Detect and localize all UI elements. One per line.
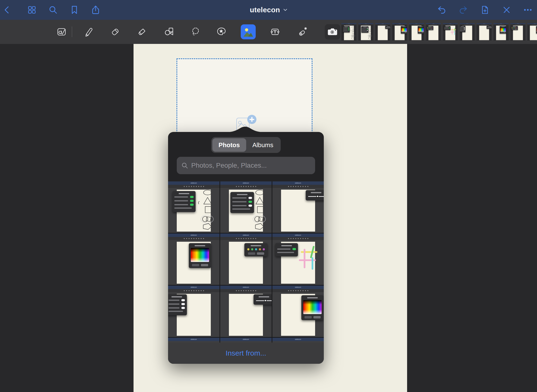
lasso-tool-icon[interactable] bbox=[188, 24, 203, 39]
photo-thumbnail[interactable]: utelecon bbox=[168, 181, 219, 233]
tab-photos[interactable]: Photos bbox=[212, 138, 246, 152]
mini-menu-row bbox=[169, 303, 185, 305]
text-tool-icon[interactable] bbox=[268, 24, 283, 39]
page-thumbnail-content: utelecon bbox=[409, 23, 424, 41]
mini-topbar: utelecon bbox=[272, 234, 324, 237]
page-thumbnail[interactable]: utelecon bbox=[341, 23, 356, 41]
mini-toggle bbox=[248, 201, 252, 203]
mini-toggle bbox=[348, 28, 349, 28]
camera-icon bbox=[327, 26, 338, 37]
mini-toolbar bbox=[220, 289, 272, 292]
search-icon bbox=[181, 162, 188, 169]
mini-menu bbox=[385, 26, 390, 29]
mini-toggle bbox=[449, 28, 450, 28]
mini-toggle bbox=[348, 30, 349, 31]
mini-toggle bbox=[181, 303, 185, 305]
page-thumbnail[interactable]: utelecon bbox=[426, 23, 441, 41]
mini-menu bbox=[401, 26, 407, 34]
pages-overview-icon[interactable] bbox=[25, 3, 39, 17]
mini-menu-row bbox=[232, 208, 252, 210]
mini-toolbar bbox=[527, 24, 537, 25]
mini-menu bbox=[418, 26, 424, 34]
mini-menu-buttons bbox=[418, 32, 424, 33]
photo-thumbnail[interactable]: utelecon bbox=[220, 286, 272, 337]
page-thumbnail[interactable]: utelecon bbox=[477, 23, 492, 41]
document-title-control[interactable]: utelecon bbox=[250, 0, 287, 20]
photo-thumbnail[interactable]: utelecon bbox=[220, 181, 272, 233]
page-thumbnail-content: utelecon bbox=[426, 23, 441, 41]
mini-topbar: utelecon bbox=[220, 286, 272, 289]
bookmark-icon[interactable] bbox=[68, 3, 81, 17]
page-thumbnail-content: utelecon bbox=[460, 23, 475, 41]
stickers-tool-icon[interactable] bbox=[214, 24, 229, 39]
page-thumbnail[interactable]: utelecon bbox=[409, 23, 424, 41]
back-icon[interactable] bbox=[0, 3, 14, 17]
photo-thumbnail[interactable]: utelecon bbox=[220, 338, 272, 343]
mini-menu-title bbox=[259, 296, 269, 297]
photo-thumbnail[interactable]: utelecon bbox=[272, 234, 324, 285]
mini-menu bbox=[444, 26, 451, 30]
mini-menu-buttons bbox=[500, 32, 506, 33]
page-thumbnail-content: utelecon bbox=[375, 23, 390, 41]
pen-tool-icon[interactable] bbox=[81, 24, 96, 39]
page-thumbnail[interactable]: utelecon bbox=[392, 23, 407, 41]
photo-search-field[interactable] bbox=[177, 157, 315, 174]
handwriting-tool-icon[interactable] bbox=[54, 24, 69, 39]
end-editing-icon[interactable] bbox=[500, 3, 513, 17]
page-thumbnail-content: utelecon bbox=[527, 23, 537, 41]
photo-thumbnail[interactable]: utelecon bbox=[272, 286, 324, 337]
mini-menu bbox=[230, 192, 254, 213]
add-page-icon[interactable] bbox=[478, 3, 492, 17]
mini-topbar: utelecon bbox=[272, 338, 324, 341]
mini-menu-title bbox=[428, 27, 431, 27]
mini-toggle bbox=[367, 30, 368, 31]
recent-photos-strip[interactable]: uteleconuteleconuteleconuteleconutelecon… bbox=[341, 23, 537, 41]
mini-rainbow-palette bbox=[191, 248, 209, 262]
page-thumbnail[interactable]: utelecon bbox=[460, 23, 475, 41]
mini-toolbar bbox=[477, 24, 492, 25]
share-icon[interactable] bbox=[89, 3, 102, 17]
mini-menu-title bbox=[363, 27, 367, 28]
redo-icon[interactable] bbox=[457, 3, 470, 17]
laser-pointer-tool-icon[interactable] bbox=[295, 24, 310, 39]
mini-topbar: utelecon bbox=[272, 286, 324, 289]
mini-menu-title bbox=[237, 194, 247, 195]
mini-menu bbox=[301, 295, 324, 320]
mini-slider bbox=[308, 195, 324, 198]
mini-menu bbox=[275, 243, 298, 256]
mini-menu-title bbox=[179, 193, 189, 194]
mini-toggle bbox=[190, 200, 194, 202]
undo-icon[interactable] bbox=[435, 3, 448, 17]
mini-toolbar bbox=[510, 24, 525, 25]
photo-thumbnail[interactable]: utelecon bbox=[168, 286, 219, 337]
photo-thumbnail[interactable]: utelecon bbox=[220, 234, 272, 285]
photo-thumbnail[interactable]: utelecon bbox=[272, 338, 324, 343]
page-thumbnail[interactable]: utelecon bbox=[510, 23, 525, 41]
mini-menu-row bbox=[362, 31, 368, 32]
page-thumbnail[interactable]: utelecon bbox=[494, 23, 509, 41]
shapes-tool-icon[interactable] bbox=[162, 24, 177, 39]
mini-menu bbox=[487, 26, 492, 29]
eraser-tool-icon[interactable] bbox=[108, 24, 123, 39]
photo-thumbnail[interactable]: utelecon bbox=[168, 234, 219, 285]
plus-badge-icon[interactable] bbox=[247, 115, 256, 124]
more-icon[interactable] bbox=[521, 3, 535, 17]
tab-albums[interactable]: Albums bbox=[246, 138, 280, 152]
page-thumbnail[interactable]: utelecon bbox=[358, 23, 373, 41]
photo-thumbnail[interactable]: utelecon bbox=[272, 181, 324, 233]
highlighter-tool-icon[interactable] bbox=[134, 24, 149, 39]
insert-from-button[interactable]: Insert from... bbox=[168, 343, 324, 364]
photo-thumbnail[interactable]: utelecon bbox=[168, 338, 219, 343]
page-thumbnail[interactable]: utelecon bbox=[527, 23, 537, 41]
mini-menu-row bbox=[362, 29, 368, 30]
search-icon[interactable] bbox=[46, 3, 60, 17]
mini-menu-row bbox=[362, 28, 368, 28]
mini-toolbar bbox=[341, 24, 356, 25]
image-tool-icon[interactable] bbox=[241, 24, 256, 39]
camera-button[interactable] bbox=[325, 24, 340, 40]
search-input[interactable] bbox=[191, 162, 311, 169]
mini-toolbar bbox=[460, 24, 475, 25]
mini-toolbar bbox=[426, 24, 441, 25]
page-thumbnail[interactable]: utelecon bbox=[443, 23, 458, 41]
page-thumbnail[interactable]: utelecon bbox=[375, 23, 390, 41]
